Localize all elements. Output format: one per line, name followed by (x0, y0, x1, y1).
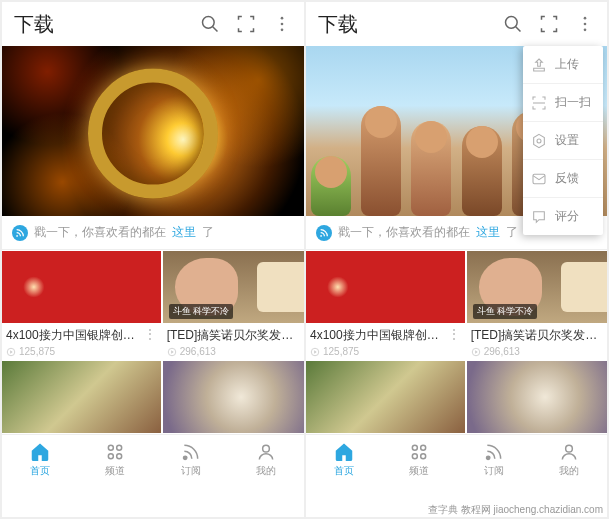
hero-banner[interactable] (2, 46, 304, 216)
nav-label: 首页 (30, 464, 50, 478)
svg-point-10 (109, 445, 114, 450)
search-icon[interactable] (503, 14, 523, 34)
svg-marker-22 (534, 134, 545, 147)
thumbnail (2, 361, 161, 433)
svg-point-5 (16, 235, 18, 237)
card-title: [TED]搞笑诺贝尔奖发… (467, 323, 602, 344)
header: 下载 (2, 2, 304, 46)
video-card[interactable]: 4x100接力中国银牌创…⋮ 125,875 (2, 251, 161, 359)
nav-home[interactable]: 首页 (306, 435, 381, 484)
pull-text-post: 了 (506, 224, 518, 241)
svg-marker-7 (10, 350, 13, 353)
menu-label: 评分 (555, 208, 579, 225)
svg-point-16 (506, 17, 518, 29)
thumbnail (467, 361, 607, 433)
screen-right: 下载 上传 扫一扫 设置 反馈 评分 戳一下，你喜欢看的都在这里了 4x100接… (306, 2, 607, 517)
nav-mine[interactable]: 我的 (532, 435, 607, 484)
bottom-nav: 首页 频道 订阅 我的 (2, 434, 304, 484)
pull-text-post: 了 (202, 224, 214, 241)
bottom-nav: 首页 频道 订阅 我的 (306, 434, 607, 484)
svg-point-33 (421, 453, 426, 458)
pull-text-pre: 戳一下，你喜欢看的都在 (338, 224, 470, 241)
svg-point-35 (566, 445, 573, 452)
pull-link[interactable]: 这里 (172, 224, 196, 241)
svg-point-23 (537, 139, 541, 143)
menu-label: 反馈 (555, 170, 579, 187)
menu-label: 扫一扫 (555, 94, 591, 111)
play-count-icon (310, 347, 320, 357)
play-count: 125,875 (19, 346, 55, 357)
rss-icon (316, 225, 332, 241)
more-icon[interactable] (272, 14, 292, 34)
nav-subscribe[interactable]: 订阅 (153, 435, 229, 484)
card-title: 4x100接力中国银牌创… (306, 323, 443, 344)
menu-scan[interactable]: 扫一扫 (523, 84, 603, 122)
svg-point-3 (281, 23, 284, 26)
card-more-icon[interactable]: ⋮ (601, 326, 607, 342)
nav-label: 频道 (105, 464, 125, 478)
video-card[interactable]: 4x100接力中国银牌创…⋮ 125,875 (306, 251, 465, 359)
scan-icon[interactable] (236, 14, 256, 34)
pull-link[interactable]: 这里 (476, 224, 500, 241)
card-more-icon[interactable]: ⋮ (443, 326, 465, 342)
nav-label: 订阅 (181, 464, 201, 478)
video-card[interactable] (163, 361, 304, 433)
svg-point-11 (117, 445, 122, 450)
svg-point-32 (412, 453, 417, 458)
menu-rate[interactable]: 评分 (523, 198, 603, 235)
menu-feedback[interactable]: 反馈 (523, 160, 603, 198)
svg-marker-29 (475, 350, 478, 353)
nav-label: 订阅 (484, 464, 504, 478)
video-card[interactable]: 斗鱼 科学不冷 [TED]搞笑诺贝尔奖发…⋮ 296,613 (163, 251, 304, 359)
thumb-badge: 斗鱼 科学不冷 (473, 304, 538, 319)
play-count-icon (471, 347, 481, 357)
thumbnail (306, 361, 465, 433)
nav-mine[interactable]: 我的 (229, 435, 305, 484)
play-count: 296,613 (484, 346, 520, 357)
menu-label: 上传 (555, 56, 579, 73)
menu-settings[interactable]: 设置 (523, 122, 603, 160)
video-card[interactable] (306, 361, 465, 433)
video-card[interactable]: 斗鱼 科学不冷 [TED]搞笑诺贝尔奖发…⋮ 296,613 (467, 251, 607, 359)
nav-label: 我的 (256, 464, 276, 478)
play-count: 125,875 (323, 346, 359, 357)
scan-icon[interactable] (539, 14, 559, 34)
card-more-icon[interactable]: ⋮ (297, 326, 304, 342)
svg-rect-24 (533, 174, 545, 183)
thumbnail: 斗鱼 科学不冷 (163, 251, 304, 323)
nav-channel[interactable]: 频道 (78, 435, 154, 484)
svg-point-34 (487, 456, 490, 459)
svg-point-4 (281, 29, 284, 32)
thumbnail (2, 251, 161, 323)
page-title: 下载 (314, 11, 503, 38)
header: 下载 (306, 2, 607, 46)
pull-text-pre: 戳一下，你喜欢看的都在 (34, 224, 166, 241)
video-grid: 4x100接力中国银牌创…⋮ 125,875 斗鱼 科学不冷 [TED]搞笑诺贝… (306, 250, 607, 434)
svg-point-25 (320, 235, 322, 237)
thumbnail: 斗鱼 科学不冷 (467, 251, 607, 323)
svg-point-20 (584, 29, 587, 32)
play-count-icon (167, 347, 177, 357)
play-count: 296,613 (180, 346, 216, 357)
more-icon[interactable] (575, 14, 595, 34)
nav-label: 频道 (409, 464, 429, 478)
svg-point-18 (584, 17, 587, 20)
play-count-icon (6, 347, 16, 357)
card-title: 4x100接力中国银牌创… (2, 323, 139, 344)
screen-left: 下载 戳一下，你喜欢看的都在这里了 4x100接力中国银牌创…⋮ 125,875… (2, 2, 304, 517)
svg-point-15 (263, 445, 270, 452)
nav-channel[interactable]: 频道 (381, 435, 456, 484)
svg-point-30 (412, 445, 417, 450)
nav-label: 首页 (334, 464, 354, 478)
video-card[interactable] (467, 361, 607, 433)
video-card[interactable] (2, 361, 161, 433)
nav-subscribe[interactable]: 订阅 (457, 435, 532, 484)
card-more-icon[interactable]: ⋮ (139, 326, 161, 342)
nav-label: 我的 (559, 464, 579, 478)
pull-hint[interactable]: 戳一下，你喜欢看的都在这里了 (2, 216, 304, 250)
menu-upload[interactable]: 上传 (523, 46, 603, 84)
search-icon[interactable] (200, 14, 220, 34)
nav-home[interactable]: 首页 (2, 435, 78, 484)
svg-marker-27 (314, 350, 317, 353)
svg-marker-9 (171, 350, 174, 353)
